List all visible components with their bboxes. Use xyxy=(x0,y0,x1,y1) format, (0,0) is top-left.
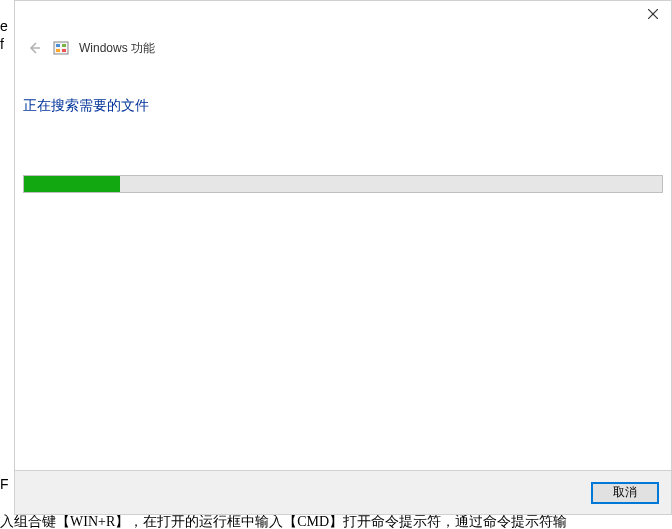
progress-bar xyxy=(23,175,663,193)
windows-features-dialog: Windows 功能 正在搜索需要的文件 取消 xyxy=(14,0,672,515)
svg-rect-5 xyxy=(62,44,66,47)
svg-rect-7 xyxy=(62,49,66,52)
bg-fragment: e xyxy=(0,18,8,34)
svg-rect-4 xyxy=(56,44,60,47)
dialog-title: Windows 功能 xyxy=(79,40,155,57)
svg-rect-6 xyxy=(56,49,60,52)
svg-rect-3 xyxy=(54,42,68,54)
windows-features-icon xyxy=(53,40,69,56)
bg-fragment: f xyxy=(0,36,4,52)
button-bar: 取消 xyxy=(15,470,671,514)
back-button xyxy=(25,39,43,57)
back-arrow-icon xyxy=(27,41,41,55)
close-icon xyxy=(648,9,658,19)
dialog-header: Windows 功能 xyxy=(15,31,671,57)
status-message: 正在搜索需要的文件 xyxy=(23,97,663,115)
titlebar xyxy=(15,1,671,31)
cancel-button[interactable]: 取消 xyxy=(591,482,659,504)
progress-fill xyxy=(24,176,120,192)
close-button[interactable] xyxy=(641,5,665,23)
background-text: 入组合键【WIN+R】，在打开的运行框中输入【CMD】打开命令提示符，通过命令提… xyxy=(0,513,672,529)
bg-fragment: F xyxy=(0,476,9,492)
dialog-content: 正在搜索需要的文件 xyxy=(15,57,671,193)
